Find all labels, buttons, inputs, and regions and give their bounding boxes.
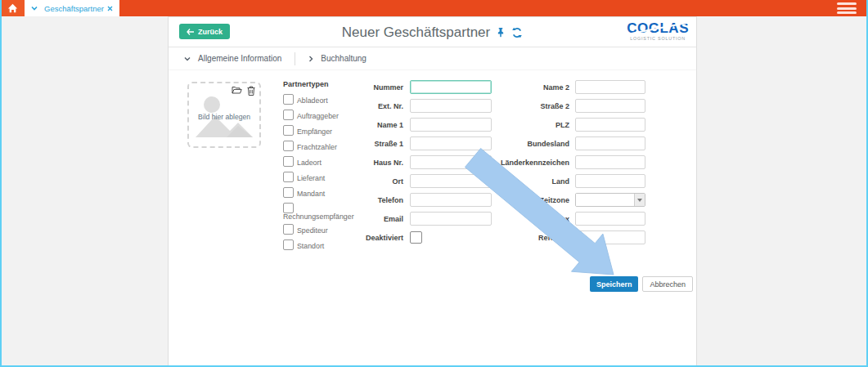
- coglas-logo: COGLAS LOGISTIC SOLUTION: [627, 21, 689, 41]
- checkbox-lieferant[interactable]: [283, 172, 294, 182]
- divider: [295, 52, 295, 65]
- chevron-right-icon: [308, 56, 313, 62]
- telefon-input[interactable]: [410, 193, 492, 207]
- checkbox-label: Mandant: [297, 190, 325, 198]
- plz-input[interactable]: [575, 118, 645, 132]
- zeitzone-dropdown-button[interactable]: [634, 194, 645, 206]
- section-tabs: Allgemeine Information Buchhaltung: [169, 47, 696, 70]
- field-label-plz: PLZ: [492, 121, 569, 129]
- hamburger-menu-icon[interactable]: [837, 1, 857, 16]
- tab-close-icon[interactable]: [107, 6, 113, 11]
- checkbox-empfaenger[interactable]: [283, 125, 294, 136]
- name1-input[interactable]: [410, 118, 492, 132]
- checkbox-auftraggeber[interactable]: [283, 110, 294, 120]
- ort-input[interactable]: [410, 174, 492, 188]
- checkbox-label: Empfänger: [297, 128, 332, 136]
- zeitzone-select[interactable]: [575, 193, 645, 207]
- field-label-land: Land: [492, 177, 569, 186]
- laenderkennzeichen-input[interactable]: [575, 155, 645, 169]
- checkbox-label: Abladeort: [297, 97, 328, 105]
- deaktiviert-checkbox[interactable]: [410, 231, 422, 244]
- field-label-haus-nr: Haus Nr.: [353, 159, 403, 167]
- field-label-referenz: Referenz: [492, 234, 569, 242]
- field-label-bundesland: Bundesland: [492, 140, 569, 148]
- field-label-fax: Fax: [492, 215, 569, 223]
- field-label-zeitzone: Zeitzone: [492, 196, 569, 204]
- section-allgemeine-information[interactable]: Allgemeine Information: [179, 54, 286, 63]
- main-panel: Zurück Neuer Geschäftspartner COGLAS: [168, 16, 697, 367]
- save-button[interactable]: Speichern: [590, 276, 639, 292]
- section-label: Buchhaltung: [321, 54, 367, 63]
- chevron-down-icon[interactable]: [31, 6, 38, 11]
- field-label-nummer: Nummer: [353, 83, 403, 92]
- logo-text: COGLAS: [627, 21, 689, 35]
- checkbox-ladeort[interactable]: [283, 156, 294, 167]
- checkbox-frachtzahler[interactable]: [283, 141, 294, 151]
- cancel-button[interactable]: Abbrechen: [642, 276, 693, 292]
- email-input[interactable]: [410, 212, 492, 226]
- field-label-laenderkennzeichen: Länderkennzeichen: [492, 159, 569, 167]
- field-label-ort: Ort: [353, 177, 403, 186]
- checkbox-label: Auftraggeber: [297, 113, 339, 120]
- ext-nr-input[interactable]: [410, 99, 492, 113]
- land-input[interactable]: [575, 174, 645, 188]
- checkbox-label: Ladeort: [297, 159, 322, 167]
- image-dropzone[interactable]: Bild hier ablegen: [187, 82, 261, 148]
- name2-input[interactable]: [575, 80, 645, 94]
- checkbox-standort[interactable]: [283, 239, 294, 250]
- home-button[interactable]: [0, 0, 25, 16]
- section-label: Allgemeine Information: [198, 54, 281, 63]
- zeitzone-input[interactable]: [576, 194, 634, 206]
- field-label-ext-nr: Ext. Nr.: [353, 102, 403, 110]
- nummer-input[interactable]: [410, 80, 492, 94]
- checkbox-label: Lieferant: [297, 175, 325, 182]
- form-column-right: Name 2 Straße 2 PLZ Bundesland Länderken…: [492, 80, 645, 249]
- form-column-left: Nummer Ext. Nr. Name 1 Straße 1 Haus Nr.…: [353, 80, 492, 249]
- checkbox-spediteur[interactable]: [283, 224, 294, 235]
- topbar: Geschäftspartner: [0, 0, 868, 16]
- folder-open-icon[interactable]: [232, 86, 242, 96]
- field-label-strasse2: Straße 2: [492, 102, 569, 110]
- field-label-name1: Name 1: [353, 121, 403, 129]
- panel-header: Zurück Neuer Geschäftspartner COGLAS: [169, 17, 696, 47]
- field-label-name2: Name 2: [492, 83, 569, 92]
- dropzone-label: Bild hier ablegen: [189, 113, 259, 121]
- home-icon: [7, 3, 18, 13]
- tab-geschaeftspartner[interactable]: Geschäftspartner: [25, 0, 119, 16]
- field-label-telefon: Telefon: [353, 196, 403, 204]
- refresh-icon[interactable]: [511, 27, 523, 38]
- logo-tagline: LOGISTIC SOLUTION: [627, 37, 689, 41]
- tab-label: Geschäftspartner: [44, 4, 104, 13]
- chevron-down-icon: [184, 56, 191, 61]
- strasse1-input[interactable]: [410, 137, 492, 150]
- page-title: Neuer Geschäftspartner: [342, 25, 490, 41]
- trash-icon[interactable]: [247, 86, 255, 96]
- fax-input[interactable]: [575, 212, 645, 226]
- field-label-deaktiviert: Deaktiviert: [353, 234, 403, 242]
- haus-nr-input[interactable]: [410, 155, 492, 169]
- action-buttons: Speichern Abbrechen: [590, 276, 693, 292]
- section-buchhaltung[interactable]: Buchhaltung: [304, 54, 371, 63]
- caret-down-icon: [637, 199, 642, 202]
- strasse2-input[interactable]: [575, 99, 645, 113]
- checkbox-mandant[interactable]: [283, 187, 294, 198]
- referenz-input[interactable]: [575, 230, 645, 244]
- checkbox-abladeort[interactable]: [283, 94, 294, 105]
- checkbox-label: Frachtzahler: [297, 144, 337, 151]
- checkbox-label: Standort: [297, 243, 324, 250]
- bundesland-input[interactable]: [575, 137, 645, 150]
- pin-icon[interactable]: [496, 27, 506, 38]
- field-label-strasse1: Straße 1: [353, 140, 403, 148]
- field-label-email: Email: [353, 215, 403, 223]
- checkbox-label: Spediteur: [297, 227, 328, 235]
